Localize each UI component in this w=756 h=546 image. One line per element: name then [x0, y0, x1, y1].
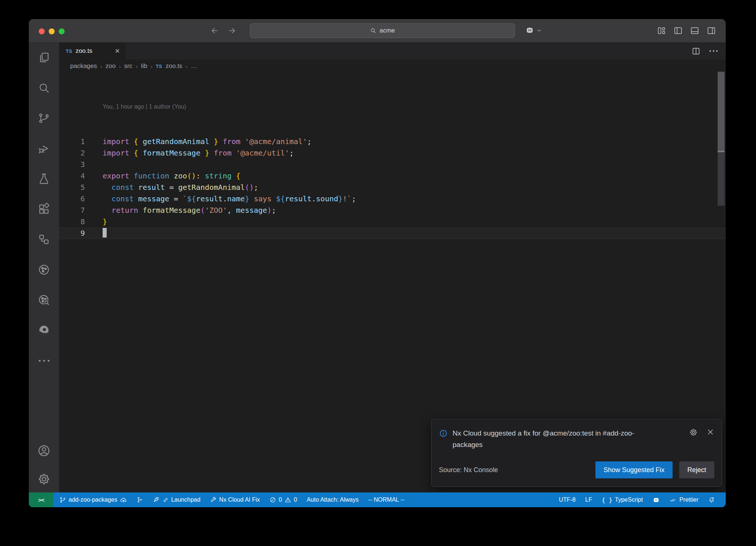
typescript-file-icon: TS [156, 64, 162, 69]
auto-attach-label: Auto Attach: Always [307, 496, 359, 503]
nx-console-icon[interactable] [29, 224, 59, 255]
settings-gear-icon[interactable] [29, 466, 59, 492]
tab-close-icon[interactable]: ✕ [115, 47, 120, 55]
tab-bar: TS zoo.ts ✕ [59, 42, 726, 59]
code-line[interactable]: 7 return formatMessage('ZOO', message); [59, 205, 726, 216]
code-line[interactable]: 3 [59, 159, 726, 170]
toggle-secondary-sidebar-icon[interactable] [707, 26, 716, 35]
typescript-file-icon: TS [66, 48, 72, 54]
copilot-icon [652, 496, 660, 504]
minimize-window-button[interactable] [49, 28, 55, 34]
vim-block-cursor [103, 228, 107, 238]
explorer-icon[interactable] [29, 42, 59, 73]
notification-source: Source: Nx Console [439, 466, 498, 474]
close-window-button[interactable] [39, 28, 45, 34]
edge-browser-icon[interactable] [29, 315, 59, 345]
show-suggested-fix-button[interactable]: Show Suggested Fix [595, 461, 673, 478]
cloud-upload-icon [120, 496, 127, 504]
code-line[interactable]: 2import { formatMessage } from '@acme/ut… [59, 147, 726, 159]
nx-cloud-ai-fix-item[interactable]: Nx Cloud AI Fix [207, 492, 263, 507]
info-icon [439, 427, 448, 450]
customize-layout-icon[interactable] [657, 26, 666, 35]
line-number: 8 [59, 216, 85, 228]
breadcrumb-item[interactable]: zoo.ts [166, 62, 182, 70]
traffic-lights [39, 28, 65, 34]
git-branch-item[interactable]: add-zoo-packages [56, 492, 130, 507]
zoom-window-button[interactable] [59, 28, 65, 34]
testing-icon[interactable] [29, 164, 59, 194]
breadcrumb-item[interactable]: zoo [106, 62, 116, 70]
code-line[interactable]: 9 [59, 228, 726, 239]
forward-arrow-icon[interactable] [227, 26, 236, 35]
more-views-icon[interactable] [29, 345, 59, 376]
notification-message: Nx Cloud suggested a fix for @acme/zoo:t… [453, 427, 661, 450]
command-center-search[interactable]: acme [250, 23, 515, 38]
code-line[interactable]: 1import { getRandomAnimal } from '@acme/… [59, 136, 726, 147]
line-number: 4 [59, 170, 85, 182]
notifications-bell-item[interactable] [705, 492, 718, 507]
copilot-status-item[interactable] [649, 492, 663, 507]
nx-cloud-ai-fix-label: Nx Cloud AI Fix [219, 496, 260, 503]
wrench-icon [210, 496, 217, 503]
copilot-icon [525, 25, 535, 35]
commit-graph-search-icon[interactable] [29, 285, 59, 315]
launchpad-item[interactable]: Launchpad [150, 492, 204, 507]
vim-mode-item[interactable]: -- NORMAL -- [365, 492, 408, 507]
line-number: 3 [59, 159, 85, 170]
back-arrow-icon[interactable] [210, 26, 219, 35]
language-mode-item[interactable]: { } TypeScript [598, 492, 646, 507]
more-actions-icon[interactable] [709, 50, 718, 52]
breadcrumb-item[interactable]: … [191, 62, 197, 70]
line-number: 5 [59, 182, 85, 193]
line-number: 9 [59, 228, 85, 239]
line-number: 1 [59, 136, 85, 147]
search-view-icon[interactable] [29, 73, 59, 103]
reject-button[interactable]: Reject [679, 461, 714, 478]
problems-item[interactable]: 0 0 [266, 492, 300, 507]
code-line[interactable]: 4export function zoo(): string { [59, 170, 726, 182]
notification-settings-gear-icon[interactable] [689, 428, 698, 437]
tab-zoo-ts[interactable]: TS zoo.ts ✕ [59, 42, 126, 59]
split-editor-icon[interactable] [691, 47, 701, 56]
notification-close-icon[interactable] [707, 428, 714, 436]
scrollbar-slider[interactable] [718, 72, 725, 151]
code-line[interactable]: 6 const message = `${result.name} says $… [59, 193, 726, 205]
source-control-icon[interactable] [29, 103, 59, 133]
git-graph-item[interactable] [133, 492, 147, 507]
git-blame-annotation[interactable]: You, 1 hour ago | 1 author (You) [103, 101, 726, 112]
encoding-label: UTF-8 [559, 496, 575, 503]
error-count: 0 [279, 496, 282, 503]
breadcrumb-item[interactable]: lib [141, 62, 147, 70]
accounts-icon[interactable] [29, 436, 59, 466]
code-lines: 1import { getRandomAnimal } from '@acme/… [59, 136, 726, 239]
toggle-panel-icon[interactable] [690, 26, 700, 35]
toggle-primary-sidebar-icon[interactable] [673, 26, 683, 35]
chevron-right-icon: › [151, 63, 152, 69]
status-bar: >< add-zoo-packages Launchpad Nx Cloud A… [29, 492, 726, 507]
breadcrumb-item[interactable]: packages [70, 62, 97, 70]
eol-item[interactable]: LF [582, 492, 595, 507]
eol-label: LF [585, 496, 592, 503]
prettier-item[interactable]: Prettier [666, 492, 702, 507]
braces-icon: { } [602, 496, 612, 504]
remote-indicator[interactable]: >< [29, 492, 53, 507]
auto-attach-item[interactable]: Auto Attach: Always [303, 492, 362, 507]
search-icon [370, 27, 377, 34]
scrollbar-track-lower[interactable] [718, 152, 725, 206]
line-number: 6 [59, 193, 85, 205]
code-line[interactable]: 8} [59, 216, 726, 228]
commit-graph-icon[interactable] [29, 255, 59, 285]
breadcrumb-item[interactable]: src [124, 62, 133, 70]
vim-mode-label: -- NORMAL -- [368, 496, 404, 503]
bell-dot-icon [708, 496, 715, 504]
breadcrumb: packages› zoo› src› lib› TS zoo.ts› … [59, 59, 726, 73]
code-line[interactable]: 5 const result = getRandomAnimal(); [59, 182, 726, 193]
chevron-right-icon: › [119, 63, 121, 69]
encoding-item[interactable]: UTF-8 [556, 492, 579, 507]
extensions-icon[interactable] [29, 194, 59, 224]
tab-label: zoo.ts [76, 47, 92, 55]
run-and-debug-icon[interactable] [29, 133, 59, 164]
search-value: acme [379, 27, 395, 34]
double-check-icon [670, 496, 677, 504]
copilot-menu[interactable] [525, 25, 542, 35]
